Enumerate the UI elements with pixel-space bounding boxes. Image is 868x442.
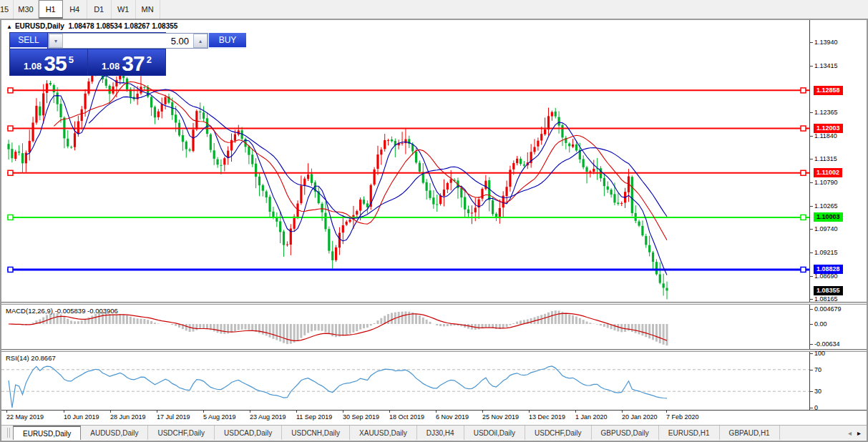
- axis-tick-label: 1.09740: [810, 225, 838, 232]
- chart-symbol-label: EURUSD,Daily: [15, 22, 64, 30]
- axis-tick-label: 0.004679: [810, 305, 842, 313]
- buy-price-big: 37: [122, 54, 144, 74]
- line-handle[interactable]: [8, 215, 13, 220]
- rsi-panel: RSI(14) 20.8667 10070300: [1, 352, 867, 411]
- line-handle[interactable]: [801, 126, 806, 131]
- time-axis-label: 28 Jun 2019: [110, 413, 146, 421]
- axis-tick-label: -0.00634: [810, 340, 840, 348]
- axis-tick-label: 1.09215: [810, 249, 838, 256]
- axis-tick-label: 30: [810, 388, 821, 395]
- time-tick: [157, 411, 157, 413]
- rsi-indicator[interactable]: [1, 352, 809, 410]
- one-click-trade-panel: SELL ▾ ▴ BUY 1.08355 1.08372: [9, 32, 166, 76]
- tab-gbpusd-daily[interactable]: GBPUSD,Daily: [592, 426, 659, 440]
- time-tick: [436, 411, 437, 413]
- buy-price-prefix: 1.08: [102, 59, 120, 74]
- timeframe-toolbar: 15M30H1H4D1W1MN: [0, 0, 868, 19]
- time-tick: [389, 411, 390, 413]
- price-line-badge: 1.12858: [814, 86, 843, 95]
- time-axis[interactable]: 22 May 201910 Jun 201928 Jun 201917 Jul …: [1, 411, 867, 425]
- timeframe-button-15[interactable]: 15: [0, 0, 14, 19]
- sell-price-pip: 5: [69, 49, 74, 71]
- line-handle[interactable]: [801, 215, 806, 220]
- buy-button[interactable]: BUY: [209, 33, 246, 49]
- time-tick: [666, 411, 667, 413]
- tab-usdcad-daily[interactable]: USDCAD,Daily: [215, 426, 282, 440]
- price-axis[interactable]: 1.139401.134151.123651.118401.113151.107…: [809, 20, 867, 302]
- macd-axis: 0.0046790.00-0.00634: [809, 305, 867, 349]
- tab-audusd-daily[interactable]: AUDUSD,Daily: [81, 426, 148, 440]
- macd-panel: MACD(12,26,9) -0.005839 -0.003906 0.0046…: [1, 305, 867, 350]
- time-tick: [343, 411, 343, 413]
- tab-scroll-left-icon[interactable]: ◂: [848, 429, 852, 437]
- time-axis-label: 20 Jan 2020: [622, 413, 658, 421]
- timeframe-button-mn[interactable]: MN: [136, 0, 160, 19]
- volume-decrease-button[interactable]: ▾: [49, 34, 63, 48]
- line-handle[interactable]: [8, 88, 13, 93]
- axis-tick-label: 1.10265: [810, 202, 838, 210]
- rsi-label: RSI(14) 20.8667: [6, 354, 56, 362]
- line-handle[interactable]: [8, 126, 13, 131]
- time-axis-label: 6 Nov 2019: [436, 413, 469, 421]
- price-line-badge: 1.10003: [814, 212, 843, 222]
- current-price-badge: 1.08355: [814, 286, 843, 295]
- time-axis-label: 7 Feb 2020: [666, 413, 699, 421]
- sell-button[interactable]: SELL: [10, 33, 47, 49]
- time-tick: [482, 411, 483, 413]
- tab-dj30-h4[interactable]: DJ30,H4: [417, 426, 464, 440]
- tab-usdchf-daily[interactable]: USDCHF,Daily: [525, 426, 592, 440]
- time-axis-label: 13 Dec 2019: [529, 413, 565, 421]
- tab-usdcnh-daily[interactable]: USDCNH,Daily: [282, 426, 350, 440]
- time-tick: [622, 411, 623, 413]
- collapse-icon[interactable]: ▲: [6, 24, 12, 30]
- chart-window: ▲EURUSD,Daily 1.08478 1.08534 1.08267 1.…: [0, 19, 868, 442]
- rsi-axis: 10070300: [809, 352, 867, 410]
- macd-label: MACD(12,26,9) -0.005839 -0.003906: [6, 307, 118, 315]
- line-handle[interactable]: [801, 170, 806, 175]
- time-axis-label: 10 Jun 2019: [64, 413, 99, 421]
- sell-price-big: 35: [44, 54, 66, 74]
- time-axis-label: 22 May 2019: [6, 413, 44, 421]
- time-axis-label: 5 Aug 2019: [203, 413, 236, 421]
- volume-input[interactable]: [63, 34, 193, 48]
- tabbar-grip: [7, 428, 10, 438]
- price-line-badge: 1.12003: [814, 124, 843, 133]
- axis-tick-label: 1.08165: [810, 295, 838, 303]
- timeframe-button-m30[interactable]: M30: [14, 0, 38, 19]
- time-axis-label: 18 Oct 2019: [389, 413, 424, 421]
- time-tick: [110, 411, 111, 413]
- tab-eurusd-h1[interactable]: EURUSD,H1: [659, 426, 720, 440]
- sell-price-display[interactable]: 1.08355: [10, 49, 87, 75]
- axis-tick-label: 70: [810, 366, 821, 373]
- time-tick: [64, 411, 64, 413]
- volume-increase-button[interactable]: ▴: [193, 34, 208, 48]
- buy-price-pip: 2: [147, 49, 152, 71]
- time-tick: [529, 411, 530, 413]
- buy-price-display[interactable]: 1.08372: [88, 49, 165, 75]
- line-handle[interactable]: [8, 170, 13, 175]
- macd-indicator[interactable]: [1, 305, 809, 349]
- line-handle[interactable]: [8, 267, 13, 272]
- line-handle[interactable]: [801, 88, 806, 93]
- tab-usdoil-daily[interactable]: USDOil,Daily: [464, 426, 525, 440]
- axis-tick-label: 1.13940: [810, 39, 838, 46]
- tab-usdchf-daily[interactable]: USDCHF,Daily: [148, 426, 215, 440]
- axis-tick-label: 100: [810, 350, 825, 357]
- tab-scroll-nav: ◂▸: [845, 426, 864, 440]
- price-line-badge: 1.08828: [814, 265, 843, 274]
- line-handle[interactable]: [801, 267, 806, 272]
- timeframe-button-h4[interactable]: H4: [63, 0, 87, 19]
- axis-tick-label: 0.00: [810, 320, 827, 328]
- sell-price-prefix: 1.08: [24, 59, 42, 74]
- chart-title: ▲EURUSD,Daily 1.08478 1.08534 1.08267 1.…: [6, 22, 177, 30]
- tab-gbpaud-h1[interactable]: GBPAUD,H1: [720, 426, 780, 440]
- time-axis-label: 17 Jul 2019: [157, 413, 190, 421]
- tab-scroll-right-icon[interactable]: ▸: [857, 429, 861, 437]
- timeframe-button-h1[interactable]: H1: [39, 0, 63, 19]
- time-axis-label: 11 Sep 2019: [296, 413, 332, 421]
- tab-xauusd-daily[interactable]: XAUUSD,Daily: [350, 426, 417, 440]
- chart-quote-ohlc: 1.08478 1.08534 1.08267 1.08355: [68, 22, 177, 30]
- tab-eurusd-daily[interactable]: EURUSD,Daily: [13, 426, 81, 440]
- timeframe-button-d1[interactable]: D1: [87, 0, 112, 19]
- timeframe-button-w1[interactable]: W1: [112, 0, 136, 19]
